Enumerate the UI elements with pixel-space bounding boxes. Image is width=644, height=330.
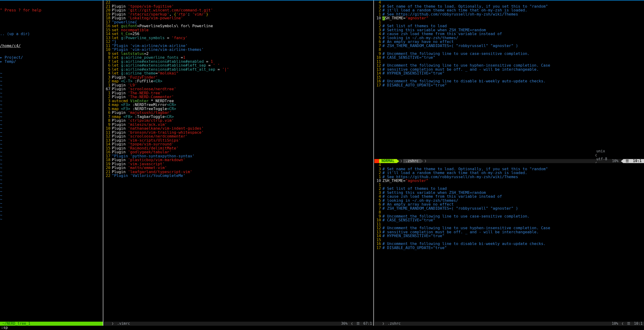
empty-line-marker: ~ [0, 178, 102, 182]
code-line[interactable]: 14# HYPHEN_INSENSITIVE="true" [374, 71, 644, 76]
line-number: 8 [104, 56, 112, 60]
line-number: 17 [374, 246, 382, 250]
line-number: 4 [104, 103, 112, 107]
chevron-right-icon: ❯ [399, 159, 403, 163]
line-number: 5 [374, 36, 382, 40]
mode-indicator: NORMAL [379, 159, 397, 163]
zshrc-bottom-pane[interactable]: 4 3# Set name of the theme to load. Opti… [374, 163, 644, 326]
line-number: 2 [374, 8, 382, 13]
empty-line-marker: ~ [0, 95, 102, 99]
empty-line-marker: ~ [0, 158, 102, 162]
code-line[interactable]: 22"Plugin 'Valloric/YouCompleteMe' [104, 174, 373, 178]
code-line[interactable]: 17# DISABLE_AUTO_UPDATE="true" [374, 246, 644, 250]
vimrc-pane[interactable]: 22 21Plugin 'tpope/vim-fugitive'20Plugin… [104, 1, 374, 326]
empty-line-marker: ~ [0, 213, 102, 217]
code-line[interactable]: 10ZSH_THEME="agnoster" [374, 16, 644, 20]
mode-badge [374, 159, 379, 163]
line-number: 6 [104, 64, 112, 68]
line-number: 4 [104, 71, 112, 76]
code-line[interactable]: 18Plugin 'Lokaltog/vim-powerline' [104, 16, 373, 20]
nerdtree-pane[interactable]: " Press ? for help .. (up a dir) /home/c… [0, 1, 103, 326]
code-line[interactable]: 14# HYPHEN_INSENSITIVE="true" [374, 234, 644, 238]
empty-line-marker: ~ [0, 146, 102, 150]
empty-line-marker: ~ [0, 202, 102, 206]
powerline-arrow-icon [621, 159, 623, 163]
statusline-segment: unix [594, 149, 610, 153]
line-number: 7 [374, 207, 382, 211]
code-line[interactable]: 13let g:Powerline_symbols = 'fancy' [104, 36, 373, 40]
empty-line-marker: ~ [0, 76, 102, 80]
powerline-arrow-icon [397, 159, 399, 163]
line-number: 5 [104, 107, 112, 111]
empty-line-marker: ~ [0, 79, 102, 83]
vimrc-filename: .vimrc [115, 322, 132, 326]
empty-line-marker: ~ [0, 91, 102, 95]
nerdtree-dir[interactable]: ▸ Temp/ [0, 60, 102, 64]
empty-line-marker: ~ [0, 205, 102, 209]
vimrc-statusline: ❯ .vimrc 36% ❮ ☰ 67:1 [104, 322, 374, 326]
zshrc-top-filename: .zshrc [403, 159, 421, 163]
chevron-left-icon: ❮ [594, 161, 598, 163]
empty-line-marker: ~ [0, 127, 102, 131]
code-line[interactable]: 7# ZSH_THEME_RANDOM_CANDIDATES=( "robbyr… [374, 44, 644, 48]
nerdtree-root-path[interactable]: /home/c4/ [0, 44, 102, 48]
empty-line-marker: ~ [0, 174, 102, 178]
line-number: 6 [374, 40, 382, 44]
terminal-screen: " Press ? for help .. (up a dir) /home/c… [0, 0, 644, 330]
line-number: 10 [374, 16, 382, 20]
line-number: 3 [374, 167, 382, 171]
line-number: 1 [104, 91, 112, 95]
empty-line-marker: ~ [0, 123, 102, 127]
code-line[interactable]: 10# CASE_SENSITIVE="true" [374, 56, 644, 60]
vimrc-percent: 36% [339, 322, 350, 326]
line-number: 2 [374, 24, 382, 28]
empty-line-marker: ~ [0, 154, 102, 158]
empty-line-marker: ~ [0, 166, 102, 170]
code-line[interactable]: 7# ZSH_THEME_RANDOM_CANDIDATES=( "robbyr… [374, 207, 644, 211]
line-number: 1 [374, 20, 382, 24]
empty-line-marker: ~ [0, 170, 102, 174]
empty-line-marker: ~ [0, 197, 102, 202]
empty-line-marker: ~ [0, 103, 102, 107]
chevron-left-icon: ❮ [620, 322, 625, 326]
empty-line-marker: ~ [0, 150, 102, 154]
line-number: 4 [374, 32, 382, 36]
zshrc-bottom-buffer[interactable]: 4 3# Set name of the theme to load. Opti… [374, 163, 644, 322]
command-line[interactable]: :sp [0, 326, 644, 330]
line-number: 3 [374, 28, 382, 32]
code-line[interactable]: 17# DISABLE_AUTO_UPDATE="true" [374, 83, 644, 87]
empty-line-marker: ~ [0, 142, 102, 146]
empty-line-marker: ~ [0, 139, 102, 143]
code-line[interactable]: 2map <C-T> :FufFile<CR> [104, 79, 373, 83]
powerline-arrow-icon [421, 159, 423, 163]
nerdtree-buffer[interactable]: " Press ? for help .. (up a dir) /home/c… [0, 1, 103, 322]
line-number: 3 [104, 99, 112, 103]
line-number: 7 [104, 115, 112, 119]
empty-line-marker: ~ [0, 107, 102, 111]
vimrc-buffer[interactable]: 22 21Plugin 'tpope/vim-fugitive'20Plugin… [104, 1, 374, 322]
line-number: 3 [374, 191, 382, 195]
line-number: 2 [374, 187, 382, 191]
empty-line-marker: ~ [0, 131, 102, 135]
zshrc-top-buffer[interactable]: 4 3# Set name of the theme to load. Opti… [374, 1, 644, 159]
line-number: 7 [374, 44, 382, 48]
line-number: 10 [104, 48, 112, 52]
zshrc-top-pane[interactable]: 4 3# Set name of the theme to load. Opti… [374, 1, 644, 163]
line-number: 17 [374, 83, 382, 87]
code-line[interactable]: 10# CASE_SENSITIVE="true" [374, 218, 644, 222]
line-number: 5 [104, 68, 112, 72]
empty-line-marker: ~ [0, 182, 102, 186]
nerdtree-up-dir[interactable]: .. (up a dir) [0, 32, 102, 36]
line-number: 4 [374, 1, 382, 5]
zshrc-bottom-statusline: ❯ .zshrc 10% ❮ ☰ 10:1 [374, 322, 644, 326]
empty-line-marker: ~ [0, 83, 102, 87]
zshrc-column: 4 3# Set name of the theme to load. Opti… [374, 1, 644, 326]
code-line[interactable]: 15set nocompatible [104, 28, 373, 32]
empty-line-marker: ~ [0, 87, 102, 91]
zshrc-top-percent: 10% [610, 159, 621, 163]
empty-line-marker: ~ [0, 217, 102, 221]
line-number: 2 [104, 79, 112, 83]
code-line[interactable]: 10ZSH_THEME="agnoster" [374, 179, 644, 183]
statusline-segment: utf-8 [594, 157, 610, 161]
zshrc-bot-filename: .zshrc [385, 322, 403, 326]
